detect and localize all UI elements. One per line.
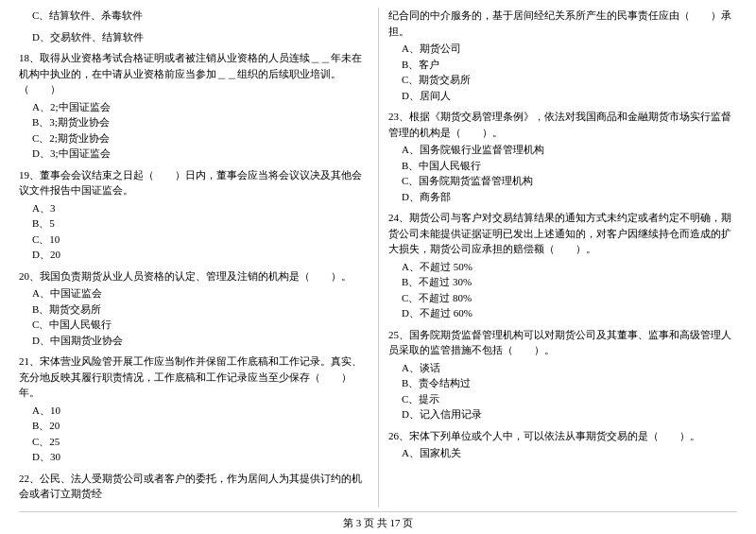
q25-option-d: D、记入信用记录 xyxy=(388,406,737,422)
q22-option-b: B、客户 xyxy=(388,57,737,73)
question-18: 18、取得从业资格考试合格证明或者被注销从业资格的人员连续＿＿年未在机构中执业的… xyxy=(19,50,369,162)
q23-option-a: A、国务院银行业监督管理机构 xyxy=(388,142,737,158)
left-column: C、结算软件、杀毒软件 D、交易软件、结算软件 18、取得从业资格考试合格证明或… xyxy=(19,8,378,508)
q19-option-c: C、10 xyxy=(19,232,369,248)
question-22-cont: 纪合同的中介服务的，基于居间经纪关系所产生的民事责任应由（ ）承担。 A、期货公… xyxy=(388,8,737,103)
q22-start-text: 22、公民、法人受期货公司或者客户的委托，作为居间人为其提供订约的机会或者订立期… xyxy=(19,471,369,502)
right-column: 纪合同的中介服务的，基于居间经纪关系所产生的民事责任应由（ ）承担。 A、期货公… xyxy=(378,8,737,508)
question-21: 21、宋体营业风险管开展工作应当制作并保留工作底稿和工作记录。真实、充分地反映其… xyxy=(19,353,369,465)
q22-option-a: A、期货公司 xyxy=(388,41,737,57)
q22-option-d: D、居间人 xyxy=(388,88,737,104)
option-d-text: D、交易软件、结算软件 xyxy=(19,29,369,45)
question-19: 19、董事会会议结束之日起（ ）日内，董事会应当将会议议决及其他会议文件报告中国… xyxy=(19,167,369,263)
q23-option-d: D、商务部 xyxy=(388,189,737,205)
page-container: C、结算软件、杀毒软件 D、交易软件、结算软件 18、取得从业资格考试合格证明或… xyxy=(0,0,756,534)
q21-option-c: C、25 xyxy=(19,434,369,450)
q20-option-c: C、中国人民银行 xyxy=(19,317,369,333)
q26-option-a: A、国家机关 xyxy=(388,445,737,461)
q25-option-b: B、责令结构过 xyxy=(388,375,737,391)
option-c-text: C、结算软件、杀毒软件 xyxy=(19,8,369,24)
q23-option-b: B、中国人民银行 xyxy=(388,158,737,174)
option-c-software: C、结算软件、杀毒软件 xyxy=(19,8,369,24)
content-area: C、结算软件、杀毒软件 D、交易软件、结算软件 18、取得从业资格考试合格证明或… xyxy=(19,8,737,508)
q19-option-d: D、20 xyxy=(19,247,369,263)
q18-option-d: D、3;中国证监会 xyxy=(19,146,369,162)
q21-option-d: D、30 xyxy=(19,449,369,465)
q23-option-c: C、国务院期货监督管理机构 xyxy=(388,173,737,189)
q21-option-a: A、10 xyxy=(19,403,369,419)
q24-text: 24、期货公司与客户对交易结算结果的通知方式未约定或者约定不明确，期货公司未能提… xyxy=(388,210,737,257)
q20-text: 20、我国负责期货从业人员资格的认定、管理及注销的机构是（ ）。 xyxy=(19,268,369,284)
q25-option-c: C、提示 xyxy=(388,391,737,407)
q18-option-b: B、3;期货业协会 xyxy=(19,114,369,130)
option-d-software: D、交易软件、结算软件 xyxy=(19,29,369,45)
q22-cont-text: 纪合同的中介服务的，基于居间经纪关系所产生的民事责任应由（ ）承担。 xyxy=(388,8,737,39)
page-number: 第 3 页 共 17 页 xyxy=(343,517,413,528)
q24-option-c: C、不超过 80% xyxy=(388,290,737,306)
q19-option-b: B、5 xyxy=(19,215,369,232)
q20-option-d: D、中国期货业协会 xyxy=(19,333,369,349)
q24-option-a: A、不超过 50% xyxy=(388,259,737,275)
q25-option-a: A、谈话 xyxy=(388,360,737,376)
question-24: 24、期货公司与客户对交易结算结果的通知方式未约定或者约定不明确，期货公司未能提… xyxy=(388,210,737,321)
question-23: 23、根据《期货交易管理条例》，依法对我国商品和金融期货市场实行监督管理的机构是… xyxy=(388,109,737,204)
q26-text: 26、宋体下列单位或个人中，可以依法从事期货交易的是（ ）。 xyxy=(388,428,737,444)
q21-option-b: B、20 xyxy=(19,418,369,434)
q19-text: 19、董事会会议结束之日起（ ）日内，董事会应当将会议议决及其他会议文件报告中国… xyxy=(19,167,369,198)
q19-option-a: A、3 xyxy=(19,200,369,216)
q21-text: 21、宋体营业风险管开展工作应当制作并保留工作底稿和工作记录。真实、充分地反映其… xyxy=(19,353,369,401)
q25-text: 25、国务院期货监督管理机构可以对期货公司及其董事、监事和高级管理人员采取的监管… xyxy=(388,327,737,358)
q24-option-d: D、不超过 60% xyxy=(388,305,737,321)
question-26: 26、宋体下列单位或个人中，可以依法从事期货交易的是（ ）。 A、国家机关 xyxy=(388,428,737,461)
q20-option-b: B、期货交易所 xyxy=(19,301,369,318)
question-20: 20、我国负责期货从业人员资格的认定、管理及注销的机构是（ ）。 A、中国证监会… xyxy=(19,268,369,349)
q20-option-a: A、中国证监会 xyxy=(19,285,369,301)
q18-text: 18、取得从业资格考试合格证明或者被注销从业资格的人员连续＿＿年未在机构中执业的… xyxy=(19,50,369,97)
q18-option-a: A、2;中国证监会 xyxy=(19,99,369,115)
q18-option-c: C、2;期货业协会 xyxy=(19,130,369,146)
q23-text: 23、根据《期货交易管理条例》，依法对我国商品和金融期货市场实行监督管理的机构是… xyxy=(388,109,737,140)
page-footer: 第 3 页 共 17 页 xyxy=(19,511,737,530)
question-22-start: 22、公民、法人受期货公司或者客户的委托，作为居间人为其提供订约的机会或者订立期… xyxy=(19,471,369,502)
q22-option-c: C、期货交易所 xyxy=(388,72,737,88)
q24-option-b: B、不超过 30% xyxy=(388,274,737,290)
question-25: 25、国务院期货监督管理机构可以对期货公司及其董事、监事和高级管理人员采取的监管… xyxy=(388,327,737,422)
